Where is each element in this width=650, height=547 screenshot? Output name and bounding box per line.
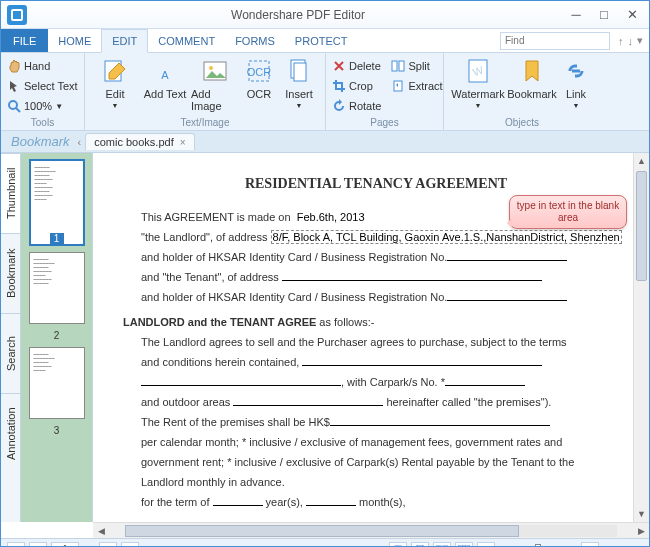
thumbnail-panel: ▬▬▬▬▬▬▬▬▬▬▬▬▬▬▬▬▬▬▬▬▬▬▬▬▬▬▬▬▬▬▬▬▬▬▬▬▬▬▬▬… bbox=[21, 153, 93, 522]
delete-page-button[interactable]: Delete bbox=[332, 57, 381, 75]
thumbnail-2[interactable]: ▬▬▬▬▬▬▬▬▬▬▬▬▬▬▬▬▬▬▬▬▬▬▬▬▬▬▬▬▬▬▬▬▬▬▬▬▬▬ bbox=[29, 252, 85, 324]
split-button[interactable]: Split bbox=[391, 57, 442, 75]
document-tab[interactable]: comic books.pdf × bbox=[85, 133, 194, 150]
callout-tooltip: type in text in the blank area bbox=[509, 195, 627, 229]
rotate-icon bbox=[332, 99, 346, 113]
last-page-button[interactable]: ⏭ bbox=[121, 542, 139, 548]
find-prev-icon[interactable]: ↑ bbox=[618, 35, 624, 47]
prev-page-button[interactable]: ◀ bbox=[29, 542, 47, 548]
group-textimage-label: Text/Image bbox=[91, 117, 319, 130]
extract-icon bbox=[391, 79, 405, 93]
ocr-button[interactable]: OCROCR bbox=[241, 55, 277, 112]
svg-text:A: A bbox=[161, 69, 169, 81]
bookmark-icon bbox=[518, 57, 546, 85]
blank-field[interactable] bbox=[213, 495, 263, 506]
blank-field[interactable] bbox=[233, 395, 383, 406]
find-box bbox=[500, 32, 610, 50]
bookmark-collapse-icon[interactable]: ‹ bbox=[78, 136, 82, 148]
add-image-button[interactable]: Add Image bbox=[191, 55, 239, 112]
close-button[interactable]: ✕ bbox=[619, 6, 645, 24]
page-total: / 4 bbox=[83, 544, 95, 548]
blank-field[interactable] bbox=[306, 495, 356, 506]
blank-field[interactable] bbox=[447, 250, 567, 261]
vertical-scrollbar[interactable]: ▲ ▼ bbox=[633, 153, 649, 522]
find-menu-icon[interactable]: ▾ bbox=[637, 34, 643, 47]
edit-icon bbox=[101, 57, 129, 85]
hscroll-thumb[interactable] bbox=[125, 525, 519, 537]
tab-protect[interactable]: PROTECT bbox=[285, 29, 358, 52]
svg-point-5 bbox=[209, 66, 213, 70]
zoom-out-button[interactable]: − bbox=[477, 542, 495, 548]
scroll-thumb[interactable] bbox=[636, 171, 647, 281]
extract-button[interactable]: Extract bbox=[391, 77, 442, 95]
view-facing-continuous-button[interactable] bbox=[455, 542, 473, 548]
cursor-icon bbox=[7, 79, 21, 93]
zoom-in-button[interactable]: + bbox=[581, 542, 599, 548]
sidetab-annotation[interactable]: Annotation bbox=[1, 393, 20, 473]
view-continuous-button[interactable] bbox=[411, 542, 429, 548]
blank-field[interactable] bbox=[302, 355, 542, 366]
image-icon bbox=[201, 57, 229, 85]
file-tab[interactable]: FILE bbox=[1, 29, 48, 52]
group-pages-label: Pages bbox=[332, 117, 437, 130]
first-page-button[interactable]: ⏮ bbox=[7, 542, 25, 548]
document-tab-name: comic books.pdf bbox=[94, 136, 173, 148]
blank-field[interactable] bbox=[447, 290, 567, 301]
link-button[interactable]: Link▼ bbox=[558, 55, 594, 109]
scroll-up-icon[interactable]: ▲ bbox=[634, 153, 649, 169]
address-field-editing[interactable]: 8/F, Block A, TCL Building, Gaoxin Ave.1… bbox=[271, 230, 622, 244]
maximize-button[interactable]: □ bbox=[591, 6, 617, 24]
sidetab-bookmark[interactable]: Bookmark bbox=[1, 233, 20, 313]
crop-button[interactable]: Crop bbox=[332, 77, 381, 95]
find-next-icon[interactable]: ↓ bbox=[628, 35, 634, 47]
horizontal-scrollbar[interactable]: ◀ ▶ bbox=[93, 522, 649, 538]
find-input[interactable] bbox=[500, 32, 610, 50]
next-page-button[interactable]: ▶ bbox=[99, 542, 117, 548]
bookmark-panel-label: Bookmark bbox=[3, 134, 78, 149]
add-text-button[interactable]: AAdd Text bbox=[141, 55, 189, 112]
minimize-button[interactable]: ─ bbox=[563, 6, 589, 24]
ribbon: Hand Select Text 100% ▼ Tools Edit▼ AAdd… bbox=[1, 53, 649, 131]
sidetab-search[interactable]: Search bbox=[1, 313, 20, 393]
bookmark-button[interactable]: Bookmark bbox=[508, 55, 556, 109]
scroll-down-icon[interactable]: ▼ bbox=[634, 506, 649, 522]
thumbnail-2-num: 2 bbox=[54, 330, 60, 341]
link-icon bbox=[562, 57, 590, 85]
zoom-icon bbox=[7, 99, 21, 113]
thumbnail-3[interactable]: ▬▬▬▬▬▬▬▬▬▬▬▬▬▬▬▬▬▬▬▬▬▬▬▬▬▬▬ bbox=[29, 347, 85, 419]
select-text-tool[interactable]: Select Text bbox=[7, 77, 78, 95]
zoom-tool[interactable]: 100% ▼ bbox=[7, 97, 78, 115]
blank-field[interactable] bbox=[282, 270, 542, 281]
watermark-button[interactable]: WWatermark▼ bbox=[450, 55, 506, 109]
sidetab-thumbnail[interactable]: Thumbnail bbox=[1, 153, 20, 233]
app-title: Wondershare PDF Editor bbox=[33, 8, 563, 22]
edit-button[interactable]: Edit▼ bbox=[91, 55, 139, 112]
thumbnail-1[interactable]: ▬▬▬▬▬▬▬▬▬▬▬▬▬▬▬▬▬▬▬▬▬▬▬▬▬▬▬▬▬▬▬▬▬▬▬▬▬▬▬▬… bbox=[29, 159, 85, 246]
date-field[interactable]: Feb.6th, 2013 bbox=[297, 211, 365, 223]
rotate-button[interactable]: Rotate bbox=[332, 97, 381, 115]
blank-field[interactable] bbox=[445, 375, 525, 386]
menu-bar: FILE HOME EDIT COMMENT FORMS PROTECT ↑ ↓… bbox=[1, 29, 649, 53]
tab-home[interactable]: HOME bbox=[48, 29, 101, 52]
group-tools-label: Tools bbox=[7, 117, 78, 130]
blank-field[interactable] bbox=[141, 375, 341, 386]
svg-text:OCR: OCR bbox=[247, 66, 272, 78]
title-bar: Wondershare PDF Editor ─ □ ✕ bbox=[1, 1, 649, 29]
side-tabs: Thumbnail Bookmark Search Annotation bbox=[1, 153, 21, 522]
tab-comment[interactable]: COMMENT bbox=[148, 29, 225, 52]
tab-edit[interactable]: EDIT bbox=[101, 29, 148, 53]
close-tab-icon[interactable]: × bbox=[180, 137, 186, 148]
blank-field[interactable] bbox=[330, 415, 550, 426]
page-number-input[interactable] bbox=[51, 542, 79, 548]
view-facing-button[interactable] bbox=[433, 542, 451, 548]
svg-point-0 bbox=[9, 101, 17, 109]
document-view[interactable]: type in text in the blank area RESIDENTI… bbox=[93, 153, 649, 522]
zoom-level: 100% bbox=[603, 544, 631, 548]
hand-tool[interactable]: Hand bbox=[7, 57, 78, 75]
tab-forms[interactable]: FORMS bbox=[225, 29, 285, 52]
view-single-button[interactable] bbox=[389, 542, 407, 548]
status-bar: ⏮ ◀ / 4 ▶ ⏭ − + 100% ▼ bbox=[1, 538, 649, 547]
svg-rect-10 bbox=[392, 61, 397, 71]
doc-title: RESIDENTIAL TENANCY AGREEMENT bbox=[123, 173, 629, 195]
insert-button[interactable]: Insert▼ bbox=[279, 55, 319, 112]
